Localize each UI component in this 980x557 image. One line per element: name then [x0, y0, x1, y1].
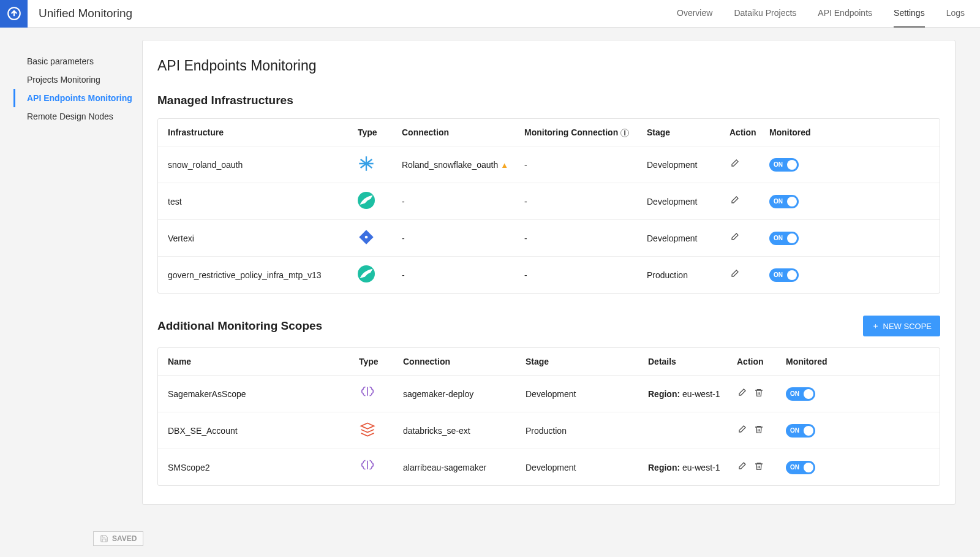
- table-header: Name Type Connection Stage Details Actio…: [158, 348, 940, 375]
- delete-icon[interactable]: [754, 461, 764, 473]
- plus-icon: ＋: [872, 320, 880, 332]
- connection-value: databricks_se-ext: [403, 426, 526, 436]
- type-icon: [358, 265, 402, 284]
- stage-value: Development: [647, 233, 729, 243]
- edit-icon[interactable]: [737, 461, 747, 473]
- col-action: Action: [737, 357, 786, 366]
- monitored-toggle[interactable]: ON: [786, 424, 815, 438]
- connection-value: Roland_snowflake_oauth▲: [402, 160, 524, 170]
- delete-icon[interactable]: [754, 425, 764, 436]
- infra-name: snow_roland_oauth: [168, 160, 358, 170]
- type-icon: [359, 384, 403, 403]
- type-icon: [359, 421, 403, 440]
- scope-name: DBX_SE_Account: [168, 426, 359, 436]
- col-monitoring-connection: Monitoring Connectioni: [524, 127, 647, 137]
- connection-value: -: [402, 233, 524, 243]
- app-logo-icon: [0, 0, 28, 28]
- type-icon: [359, 458, 403, 477]
- table-row: DBX_SE_Accountdatabricks_se-extProductio…: [158, 412, 940, 449]
- connection-value: -: [402, 197, 524, 207]
- infra-name: Vertexi: [168, 233, 358, 243]
- stage-value: Development: [647, 197, 729, 207]
- scope-name: SagemakerAsScope: [168, 389, 359, 399]
- col-stage: Stage: [647, 127, 729, 137]
- stage-value: Production: [647, 270, 729, 280]
- monitored-toggle[interactable]: ON: [769, 232, 799, 245]
- infra-name: govern_restrictive_policy_infra_mtp_v13: [168, 270, 358, 280]
- nav-dataiku-projects[interactable]: Dataiku Projects: [734, 0, 796, 28]
- stage-value: Development: [526, 463, 648, 472]
- svg-point-1: [365, 236, 368, 239]
- details-value: Region: eu-west-1: [648, 463, 737, 472]
- scope-name: SMScope2: [168, 463, 359, 472]
- table-row: test--DevelopmentON: [158, 183, 940, 219]
- monitored-toggle[interactable]: ON: [769, 195, 799, 208]
- topbar: Unified Monitoring Overview Dataiku Proj…: [0, 0, 980, 28]
- col-monitored: Monitored: [769, 127, 812, 137]
- col-name: Name: [168, 357, 359, 366]
- info-icon[interactable]: i: [620, 129, 629, 137]
- nav-api-endpoints[interactable]: API Endpoints: [818, 0, 872, 28]
- additional-scopes-heading: Additional Monitoring Scopes: [143, 319, 322, 333]
- table-header: Infrastructure Type Connection Monitorin…: [158, 119, 940, 146]
- scopes-table: Name Type Connection Stage Details Actio…: [157, 347, 940, 486]
- details-value: Region: eu-west-1: [648, 389, 737, 399]
- page-title: API Endpoints Monitoring: [143, 58, 955, 74]
- table-row: snow_roland_oauthRoland_snowflake_oauth▲…: [158, 146, 940, 183]
- col-connection: Connection: [402, 127, 524, 137]
- edit-icon[interactable]: [729, 232, 739, 244]
- type-icon: [358, 192, 402, 211]
- connection-value: sagemaker-deploy: [403, 389, 526, 399]
- stage-value: Development: [526, 389, 648, 399]
- col-type: Type: [359, 357, 403, 366]
- sidebar: Basic parameters Projects Monitoring API…: [0, 28, 142, 523]
- edit-icon[interactable]: [737, 388, 747, 400]
- table-row: SMScope2alarribeau-sagemakerDevelopmentR…: [158, 449, 940, 485]
- monitored-toggle[interactable]: ON: [769, 268, 799, 282]
- connection-value: -: [402, 270, 524, 280]
- infra-name: test: [168, 197, 358, 207]
- infrastructures-table: Infrastructure Type Connection Monitorin…: [157, 118, 940, 294]
- monitored-toggle[interactable]: ON: [769, 158, 799, 172]
- stage-value: Production: [526, 426, 648, 436]
- nav-settings[interactable]: Settings: [894, 0, 925, 28]
- table-row: govern_restrictive_policy_infra_mtp_v13-…: [158, 256, 940, 293]
- col-infrastructure: Infrastructure: [168, 127, 358, 137]
- monitoring-connection-value: -: [524, 233, 647, 243]
- app-title: Unified Monitoring: [39, 7, 132, 20]
- sidebar-item-api-endpoints-monitoring[interactable]: API Endpoints Monitoring: [13, 89, 142, 107]
- col-action: Action: [729, 127, 769, 137]
- table-row: SagemakerAsScopesagemaker-deployDevelopm…: [158, 375, 940, 412]
- monitored-toggle[interactable]: ON: [786, 387, 815, 401]
- type-icon: [358, 155, 402, 174]
- monitoring-connection-value: -: [524, 160, 647, 170]
- col-stage: Stage: [526, 357, 648, 366]
- col-connection: Connection: [403, 357, 526, 366]
- monitoring-connection-value: -: [524, 197, 647, 207]
- monitoring-connection-value: -: [524, 270, 647, 280]
- nav-logs[interactable]: Logs: [946, 0, 965, 28]
- connection-value: alarribeau-sagemaker: [403, 463, 526, 472]
- sidebar-item-remote-design-nodes[interactable]: Remote Design Nodes: [13, 107, 142, 126]
- nav-overview[interactable]: Overview: [677, 0, 712, 28]
- edit-icon[interactable]: [729, 195, 739, 207]
- col-details: Details: [648, 357, 737, 366]
- edit-icon[interactable]: [729, 159, 739, 170]
- new-scope-button[interactable]: ＋ NEW SCOPE: [863, 316, 940, 336]
- new-scope-label: NEW SCOPE: [883, 322, 932, 331]
- top-nav: Overview Dataiku Projects API Endpoints …: [677, 0, 980, 28]
- stage-value: Development: [647, 160, 729, 170]
- col-type: Type: [358, 127, 402, 137]
- managed-infrastructures-heading: Managed Infrastructures: [143, 94, 955, 107]
- edit-icon[interactable]: [729, 269, 739, 281]
- edit-icon[interactable]: [737, 425, 747, 436]
- col-monitored: Monitored: [786, 357, 829, 366]
- delete-icon[interactable]: [754, 388, 764, 400]
- table-row: Vertexi--DevelopmentON: [158, 219, 940, 256]
- warning-icon: ▲: [500, 161, 508, 170]
- sidebar-item-basic-parameters[interactable]: Basic parameters: [13, 52, 142, 70]
- sidebar-item-projects-monitoring[interactable]: Projects Monitoring: [13, 70, 142, 89]
- monitored-toggle[interactable]: ON: [786, 461, 815, 474]
- type-icon: [358, 229, 402, 248]
